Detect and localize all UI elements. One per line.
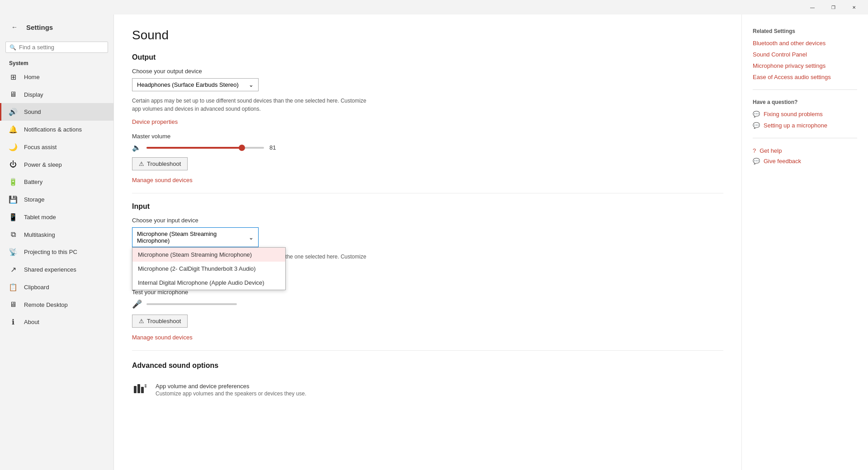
have-a-question-title: Have a question? xyxy=(753,99,857,105)
related-link-sound-control[interactable]: Sound Control Panel xyxy=(753,51,857,58)
right-divider xyxy=(753,89,857,90)
dropdown-item-apple[interactable]: Internal Digital Microphone (Apple Audio… xyxy=(132,276,285,290)
sidebar-item-label-battery: Battery xyxy=(24,179,42,185)
minimize-button[interactable]: — xyxy=(802,0,823,14)
sidebar-item-label-focus: Focus assist xyxy=(24,144,57,150)
input-heading: Input xyxy=(132,202,723,211)
search-input[interactable] xyxy=(19,44,104,51)
sidebar-item-about[interactable]: ℹAbout xyxy=(0,313,113,331)
about-icon: ℹ xyxy=(9,318,18,326)
input-troubleshoot-label: Troubleshoot xyxy=(147,318,181,324)
sidebar-item-battery[interactable]: 🔋Battery xyxy=(0,173,113,191)
sidebar-item-power[interactable]: ⏻Power & sleep xyxy=(0,156,113,173)
sidebar-item-tablet[interactable]: 📱Tablet mode xyxy=(0,208,113,226)
sidebar-item-label-home: Home xyxy=(24,74,40,80)
output-heading: Output xyxy=(132,53,723,61)
right-panel: Related Settings Bluetooth and other dev… xyxy=(741,14,868,470)
svg-rect-0 xyxy=(134,386,137,393)
notifications-icon: 🔔 xyxy=(9,125,18,134)
sidebar-item-notifications[interactable]: 🔔Notifications & actions xyxy=(0,121,113,138)
input-device-label: Choose your input device xyxy=(132,217,723,224)
divider-input-advanced xyxy=(132,350,723,351)
titlebar: — ❐ ✕ xyxy=(0,0,868,14)
volume-row: 🔈 81 xyxy=(132,143,723,152)
output-troubleshoot-label: Troubleshoot xyxy=(147,160,181,167)
sidebar-item-remote[interactable]: 🖥Remote Desktop xyxy=(0,296,113,313)
give-feedback-icon: 💬 xyxy=(753,158,760,164)
input-troubleshoot-button[interactable]: ⚠ Troubleshoot xyxy=(132,315,188,328)
output-device-select[interactable]: Headphones (Surface Earbuds Stereo) ⌄ xyxy=(132,78,259,91)
sidebar-item-label-storage: Storage xyxy=(24,196,45,203)
power-icon: ⏻ xyxy=(9,160,18,169)
advanced-app-volume: App volume and device preferences Custom… xyxy=(132,376,723,403)
qa-link-setting-up-mic[interactable]: 💬 Setting up a microphone xyxy=(753,122,857,129)
battery-icon: 🔋 xyxy=(9,178,18,186)
sidebar-item-sound[interactable]: 🔊Sound xyxy=(0,103,113,121)
svg-rect-2 xyxy=(141,387,144,393)
sidebar-header: ← Settings xyxy=(0,14,113,40)
sidebar-item-label-projecting: Projecting to this PC xyxy=(24,249,77,255)
volume-slider-fill xyxy=(146,147,242,149)
advanced-heading: Advanced sound options xyxy=(132,362,723,370)
sidebar-item-label-display: Display xyxy=(24,91,43,98)
volume-icon: 🔈 xyxy=(132,143,141,152)
app-layout: ← Settings 🔍 System ⊞Home🖥Display🔊Sound🔔… xyxy=(0,14,868,470)
sidebar-item-focus[interactable]: 🌙Focus assist xyxy=(0,138,113,156)
output-device-label: Choose your output device xyxy=(132,68,723,75)
input-manage-devices-link[interactable]: Manage sound devices xyxy=(132,334,193,341)
input-device-dropdown-container: Microphone (Steam Streaming Microphone) … xyxy=(132,227,259,247)
output-device-properties-link[interactable]: Device properties xyxy=(132,118,178,125)
sidebar-item-shared[interactable]: ↗Shared experiences xyxy=(0,261,113,278)
sidebar-item-label-tablet: Tablet mode xyxy=(24,214,56,221)
page-title: Sound xyxy=(132,28,723,42)
sidebar: ← Settings 🔍 System ⊞Home🖥Display🔊Sound🔔… xyxy=(0,14,114,470)
back-button[interactable]: ← xyxy=(7,20,22,34)
sidebar-item-display[interactable]: 🖥Display xyxy=(0,86,113,103)
related-settings-title: Related Settings xyxy=(753,28,857,34)
output-troubleshoot-button[interactable]: ⚠ Troubleshoot xyxy=(132,157,188,170)
sidebar-item-storage[interactable]: 💾Storage xyxy=(0,191,113,208)
input-device-select[interactable]: Microphone (Steam Streaming Microphone) … xyxy=(132,227,259,247)
sidebar-item-label-power: Power & sleep xyxy=(24,161,62,168)
related-link-bluetooth[interactable]: Bluetooth and other devices xyxy=(753,40,857,47)
search-icon: 🔍 xyxy=(9,44,16,51)
display-icon: 🖥 xyxy=(9,90,18,99)
search-box: 🔍 xyxy=(5,42,108,53)
sidebar-item-label-clipboard: Clipboard xyxy=(24,284,49,291)
sidebar-item-label-sound: Sound xyxy=(24,108,41,115)
output-manage-devices-link[interactable]: Manage sound devices xyxy=(132,177,193,183)
close-button[interactable]: ✕ xyxy=(844,0,864,14)
sidebar-item-label-multitasking: Multitasking xyxy=(24,231,55,238)
related-link-ease-of-access[interactable]: Ease of Access audio settings xyxy=(753,74,857,80)
sound-icon: 🔊 xyxy=(9,108,18,116)
give-feedback-link[interactable]: 💬 Give feedback xyxy=(753,158,857,164)
app-volume-desc: Customize app volumes and the speakers o… xyxy=(156,390,307,397)
focus-icon: 🌙 xyxy=(9,143,18,151)
app-volume-icon xyxy=(132,381,148,398)
warning-icon: ⚠ xyxy=(139,160,144,167)
home-icon: ⊞ xyxy=(9,73,18,81)
input-device-value: Microphone (Steam Streaming Microphone) xyxy=(137,230,249,244)
mic-test-section: Test your microphone 🎤 xyxy=(132,289,723,309)
related-link-microphone-privacy[interactable]: Microphone privacy settings xyxy=(753,62,857,69)
qa-link-fixing-sound[interactable]: 💬 Fixing sound problems xyxy=(753,111,857,118)
sidebar-item-multitasking[interactable]: ⧉Multitasking xyxy=(0,226,113,243)
advanced-section: Advanced sound options App volume and de… xyxy=(132,362,723,403)
fixing-sound-icon: 💬 xyxy=(753,111,760,118)
volume-slider[interactable] xyxy=(146,147,264,149)
dropdown-item-caldigit[interactable]: Microphone (2- CalDigit Thunderbolt 3 Au… xyxy=(132,262,285,276)
nav-list: ⊞Home🖥Display🔊Sound🔔Notifications & acti… xyxy=(0,68,113,331)
volume-label: Master volume xyxy=(132,133,723,140)
dropdown-item-steam[interactable]: Microphone (Steam Streaming Microphone) xyxy=(132,248,285,262)
get-help-link[interactable]: ? Get help xyxy=(753,147,857,154)
input-device-dropdown-menu: Microphone (Steam Streaming Microphone) … xyxy=(132,247,286,290)
volume-slider-thumb[interactable] xyxy=(239,145,245,151)
volume-value: 81 xyxy=(269,144,280,151)
sidebar-item-projecting[interactable]: 📡Projecting to this PC xyxy=(0,243,113,261)
sidebar-title: Settings xyxy=(26,24,53,31)
main-content: Sound Output Choose your output device H… xyxy=(114,14,741,470)
output-device-value: Headphones (Surface Earbuds Stereo) xyxy=(137,81,239,88)
restore-button[interactable]: ❐ xyxy=(823,0,844,14)
sidebar-item-clipboard[interactable]: 📋Clipboard xyxy=(0,278,113,296)
sidebar-item-home[interactable]: ⊞Home xyxy=(0,68,113,86)
